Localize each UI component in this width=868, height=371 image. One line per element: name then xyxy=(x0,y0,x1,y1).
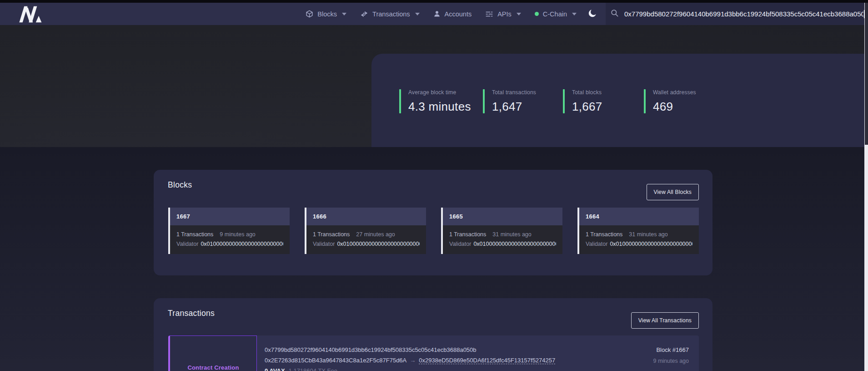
stat-label: Wallet addresses xyxy=(653,89,696,96)
arrow-right-icon: → xyxy=(406,357,419,364)
validator-address: 0x01000000000000000000000000... xyxy=(201,241,283,247)
transactions-section-title: Transactions xyxy=(168,309,215,318)
block-tx-count: 1 Transactions xyxy=(313,231,350,238)
block-card-body: 1 Transactions27 minutes ago Validator0x… xyxy=(306,225,426,254)
chevron-down-icon xyxy=(517,13,521,15)
block-age: 27 minutes ago xyxy=(356,231,395,238)
block-card-row: 1667 1 Transactions9 minutes ago Validat… xyxy=(168,208,699,254)
stats-panel: Average block time 4.3 minutes Total tra… xyxy=(371,54,864,147)
moon-icon xyxy=(587,8,597,20)
cube-icon xyxy=(306,10,313,18)
stat-label: Average block time xyxy=(408,89,471,96)
transaction-meta: Block #1667 9 minutes ago xyxy=(653,346,689,364)
block-age: 31 minutes ago xyxy=(492,231,531,238)
block-age: 31 minutes ago xyxy=(629,231,667,238)
sliders-icon xyxy=(485,10,493,18)
block-card-1666[interactable]: 1666 1 Transactions27 minutes ago Valida… xyxy=(305,208,426,254)
page: Blocks Transactions xyxy=(0,0,868,371)
stat-total-transactions: Total transactions 1,647 xyxy=(483,89,536,114)
block-card-header: 1666 xyxy=(306,208,426,225)
theme-toggle-button[interactable] xyxy=(587,8,597,20)
scrollbar-thumb[interactable] xyxy=(865,3,868,145)
validator-address: 0x01000000000000000000000000... xyxy=(473,241,556,247)
chevron-down-icon xyxy=(342,13,346,15)
nav-item-label: Blocks xyxy=(317,10,337,18)
nav-item-chain-selector[interactable]: C-Chain xyxy=(535,10,577,18)
transaction-hash[interactable]: 0x7799bd580272f9604140b6991d3bb6c19924bf… xyxy=(265,345,555,355)
block-number[interactable]: 1665 xyxy=(449,213,463,220)
top-navbar: Blocks Transactions xyxy=(0,3,864,25)
from-address[interactable]: 0x2E7263d815CbB43a9647843C8a1e2F5c87F75d… xyxy=(265,357,406,364)
nav-item-label: Transactions xyxy=(372,10,410,18)
nav-item-apis[interactable]: APIs xyxy=(485,10,521,18)
stat-value: 469 xyxy=(653,100,696,114)
block-tx-count: 1 Transactions xyxy=(586,231,622,238)
transaction-block-link[interactable]: Block #1667 xyxy=(653,346,689,353)
nav-item-accounts[interactable]: Accounts xyxy=(433,10,472,18)
nav-item-label: APIs xyxy=(497,10,512,18)
view-all-blocks-button[interactable]: View All Blocks xyxy=(647,184,699,200)
transaction-status-box: Contract Creation Success xyxy=(168,335,257,371)
block-number[interactable]: 1666 xyxy=(313,213,326,220)
to-address-link[interactable]: 0x2938eD5D869e50DA6f125dfc45F13157f52742… xyxy=(419,357,555,364)
validator-label: Validator xyxy=(586,241,607,247)
validator-label: Validator xyxy=(313,241,335,247)
transaction-addresses: 0x2E7263d815CbB43a9647843C8a1e2F5c87F75d… xyxy=(265,355,555,366)
transaction-age: 9 minutes ago xyxy=(653,358,689,364)
block-number[interactable]: 1664 xyxy=(586,213,599,220)
transaction-row[interactable]: Contract Creation Success 0x7799bd580272… xyxy=(168,335,699,371)
block-age: 9 minutes ago xyxy=(220,231,256,238)
view-all-transactions-button[interactable]: View All Transactions xyxy=(631,312,699,329)
block-tx-count: 1 Transactions xyxy=(176,231,213,238)
stat-accent-bar xyxy=(483,89,485,113)
transaction-amount: 0 AVAX xyxy=(265,367,285,371)
stat-accent-bar xyxy=(644,89,646,113)
validator-label: Validator xyxy=(449,241,471,247)
nav-item-blocks[interactable]: Blocks xyxy=(306,10,346,18)
transactions-section: Transactions View All Transactions Contr… xyxy=(154,298,712,371)
block-card-body: 1 Transactions31 minutes ago Validator0x… xyxy=(579,225,699,254)
chevron-down-icon xyxy=(415,13,420,15)
stat-value: 1,647 xyxy=(492,100,536,114)
block-card-1665[interactable]: 1665 1 Transactions31 minutes ago Valida… xyxy=(441,208,562,254)
block-tx-count: 1 Transactions xyxy=(449,231,486,238)
validator-address: 0x01000000000000000000000000... xyxy=(337,241,420,247)
stat-label: Total transactions xyxy=(492,89,536,96)
stat-total-blocks: Total blocks 1,667 xyxy=(563,89,602,114)
nav-item-label: Accounts xyxy=(445,10,472,18)
block-card-1667[interactable]: 1667 1 Transactions9 minutes ago Validat… xyxy=(168,208,290,254)
stat-label: Total blocks xyxy=(572,89,602,96)
stat-value: 1,667 xyxy=(572,100,602,114)
transaction-details: 0x7799bd580272f9604140b6991d3bb6c19924bf… xyxy=(265,345,555,371)
transaction-type: Contract Creation xyxy=(187,364,239,371)
block-card-body: 1 Transactions31 minutes ago Validator0x… xyxy=(443,225,562,254)
blocks-section-title: Blocks xyxy=(168,180,192,190)
blocks-section: Blocks View All Blocks 1667 1 Transactio… xyxy=(154,170,712,275)
stat-wallet-addresses: Wallet addresses 469 xyxy=(644,89,696,114)
block-number[interactable]: 1667 xyxy=(176,213,190,220)
stat-accent-bar xyxy=(399,89,401,113)
validator-address: 0x01000000000000000000000000... xyxy=(610,241,692,247)
green-status-dot-icon xyxy=(535,12,539,16)
transaction-value-line: 0 AVAX1.1718604 TX Fee xyxy=(265,366,555,371)
block-card-header: 1667 xyxy=(170,208,290,225)
block-card-header: 1665 xyxy=(443,208,562,225)
transfer-arrows-icon xyxy=(360,10,368,18)
stat-accent-bar xyxy=(563,89,565,113)
nav-item-label: C-Chain xyxy=(543,10,567,18)
page-scrollbar[interactable] xyxy=(864,3,868,371)
block-card-1664[interactable]: 1664 1 Transactions31 minutes ago Valida… xyxy=(577,208,699,254)
transaction-fee: 1.1718604 TX Fee xyxy=(289,367,337,371)
person-icon xyxy=(433,10,441,18)
search-icon xyxy=(610,9,619,19)
block-card-body: 1 Transactions9 minutes ago Validator0x0… xyxy=(170,225,290,254)
search-input-value: 0x7799bd580272f9604140b6991d3bb6c19924bf… xyxy=(624,10,863,18)
hero-section: Average block time 4.3 minutes Total tra… xyxy=(0,25,868,147)
nav-item-transactions[interactable]: Transactions xyxy=(360,10,419,18)
validator-label: Validator xyxy=(176,241,198,247)
block-card-header: 1664 xyxy=(579,208,699,225)
avalanche-logo[interactable] xyxy=(17,5,43,23)
search-input[interactable]: 0x7799bd580272f9604140b6991d3bb6c19924bf… xyxy=(606,3,864,25)
stat-average-block-time: Average block time 4.3 minutes xyxy=(399,89,471,114)
stat-value: 4.3 minutes xyxy=(408,100,471,114)
